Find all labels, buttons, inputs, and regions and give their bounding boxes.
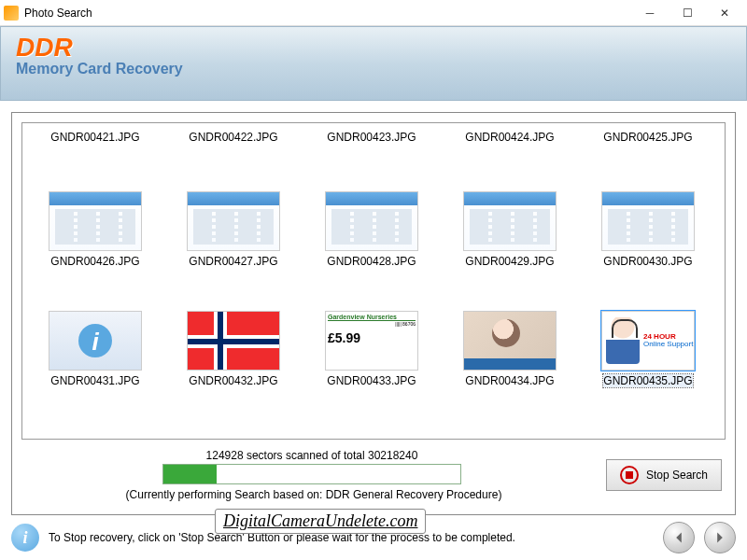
info-icon: i — [11, 524, 39, 552]
forward-button[interactable] — [704, 522, 736, 553]
file-item[interactable]: GNDR00430.JPG — [579, 191, 717, 304]
progress-bar — [162, 464, 461, 484]
back-button[interactable] — [663, 522, 695, 553]
file-name: GNDR00429.JPG — [465, 255, 554, 268]
file-name: GNDR00434.JPG — [465, 374, 554, 387]
window-title: Photo Search — [24, 7, 631, 20]
thumbnail[interactable] — [187, 191, 280, 251]
minimize-button[interactable]: ─ — [631, 2, 669, 24]
file-item[interactable]: GNDR00424.JPG — [441, 131, 579, 184]
file-grid: GNDR00421.JPGGNDR00422.JPGGNDR00423.JPGG… — [21, 122, 726, 440]
file-name: GNDR00422.JPG — [189, 131, 277, 144]
close-button[interactable]: ✕ — [706, 2, 743, 24]
svg-text:i: i — [92, 328, 99, 356]
logo: DDR — [16, 33, 731, 63]
maximize-button[interactable]: ☐ — [669, 2, 706, 24]
file-name: GNDR00425.JPG — [603, 131, 692, 144]
thumbnail[interactable]: i — [49, 311, 142, 371]
watermark: DigitalCameraUndelete.com — [215, 509, 426, 534]
file-name: GNDR00424.JPG — [465, 131, 554, 144]
thumbnail[interactable]: 24 HOUROnline Support — [601, 311, 695, 371]
thumbnail[interactable] — [601, 191, 695, 251]
procedure-text: (Currently performing Search based on: D… — [25, 488, 599, 501]
file-name: GNDR00428.JPG — [327, 255, 416, 268]
thumbnail[interactable] — [463, 311, 557, 371]
titlebar: Photo Search ─ ☐ ✕ — [0, 0, 747, 26]
file-name: GNDR00421.JPG — [50, 131, 139, 144]
file-item[interactable]: Gardenview Nurseries||||| 86706£5.99GNDR… — [303, 311, 441, 424]
file-item[interactable]: GNDR00423.JPG — [303, 131, 441, 184]
file-name: GNDR00435.JPG — [603, 374, 692, 387]
grid-scroll[interactable]: GNDR00421.JPGGNDR00422.JPGGNDR00423.JPGG… — [22, 123, 725, 439]
file-item[interactable]: GNDR00425.JPG — [579, 131, 717, 184]
file-name: GNDR00426.JPG — [50, 255, 139, 268]
header-band: DDR Memory Card Recovery — [0, 26, 747, 101]
thumbnail[interactable] — [325, 191, 418, 251]
file-item[interactable]: 24 HOUROnline SupportGNDR00435.JPG — [579, 311, 717, 424]
status-row: 124928 sectors scanned of total 30218240… — [21, 449, 726, 501]
file-item[interactable]: GNDR00421.JPG — [26, 131, 164, 184]
file-name: GNDR00430.JPG — [603, 255, 692, 268]
file-item[interactable]: GNDR00429.JPG — [441, 191, 579, 304]
app-subtitle: Memory Card Recovery — [16, 61, 731, 77]
thumbnail[interactable]: Gardenview Nurseries||||| 86706£5.99 — [325, 311, 418, 371]
file-name: GNDR00427.JPG — [189, 255, 277, 268]
file-name: GNDR00431.JPG — [50, 374, 139, 387]
file-item[interactable]: GNDR00432.JPG — [164, 311, 303, 424]
stop-label: Stop Search — [646, 469, 708, 482]
file-name: GNDR00432.JPG — [189, 374, 277, 387]
main-panel: GNDR00421.JPGGNDR00422.JPGGNDR00423.JPGG… — [11, 112, 736, 515]
file-name: GNDR00433.JPG — [327, 374, 416, 387]
file-item[interactable]: GNDR00428.JPG — [303, 191, 441, 304]
file-name: GNDR00423.JPG — [327, 131, 416, 144]
stop-search-button[interactable]: Stop Search — [606, 459, 722, 491]
thumbnail[interactable] — [463, 191, 557, 251]
thumbnail[interactable] — [49, 191, 142, 251]
progress-fill — [163, 465, 217, 483]
file-item[interactable]: GNDR00422.JPG — [164, 131, 303, 184]
file-item[interactable]: GNDR00434.JPG — [441, 311, 579, 424]
stop-icon — [620, 466, 639, 484]
sectors-status: 124928 sectors scanned of total 30218240 — [25, 449, 599, 462]
file-item[interactable]: GNDR00427.JPG — [164, 191, 303, 304]
thumbnail[interactable] — [187, 311, 280, 371]
file-item[interactable]: iGNDR00431.JPG — [26, 311, 164, 424]
app-icon — [4, 6, 19, 21]
file-item[interactable]: GNDR00426.JPG — [26, 191, 164, 304]
